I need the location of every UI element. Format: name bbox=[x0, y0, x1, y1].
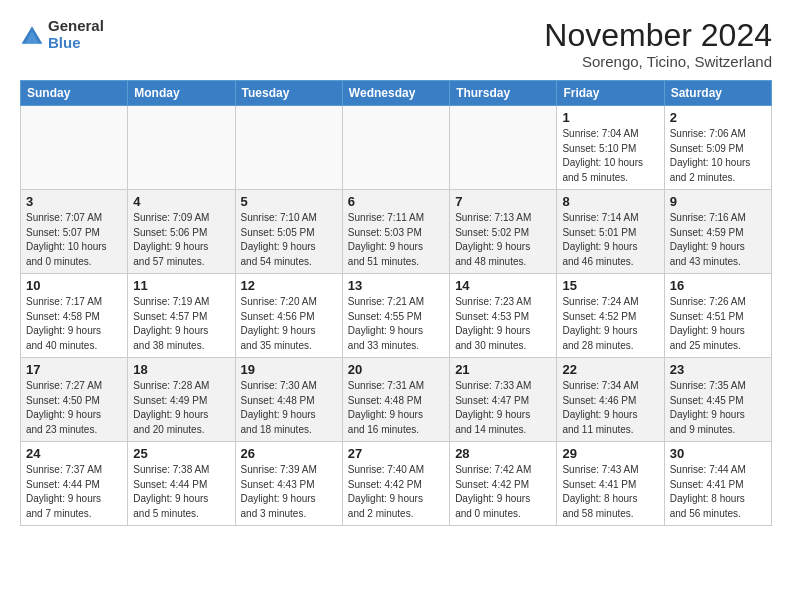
calendar-cell: 1Sunrise: 7:04 AM Sunset: 5:10 PM Daylig… bbox=[557, 106, 664, 190]
day-info: Sunrise: 7:24 AM Sunset: 4:52 PM Dayligh… bbox=[562, 295, 658, 353]
week-row-3: 10Sunrise: 7:17 AM Sunset: 4:58 PM Dayli… bbox=[21, 274, 772, 358]
week-row-2: 3Sunrise: 7:07 AM Sunset: 5:07 PM Daylig… bbox=[21, 190, 772, 274]
calendar-cell: 18Sunrise: 7:28 AM Sunset: 4:49 PM Dayli… bbox=[128, 358, 235, 442]
day-number: 13 bbox=[348, 278, 444, 293]
calendar-cell: 23Sunrise: 7:35 AM Sunset: 4:45 PM Dayli… bbox=[664, 358, 771, 442]
day-number: 6 bbox=[348, 194, 444, 209]
day-info: Sunrise: 7:17 AM Sunset: 4:58 PM Dayligh… bbox=[26, 295, 122, 353]
day-number: 5 bbox=[241, 194, 337, 209]
day-number: 12 bbox=[241, 278, 337, 293]
header-day-sunday: Sunday bbox=[21, 81, 128, 106]
calendar-cell: 9Sunrise: 7:16 AM Sunset: 4:59 PM Daylig… bbox=[664, 190, 771, 274]
calendar-cell: 22Sunrise: 7:34 AM Sunset: 4:46 PM Dayli… bbox=[557, 358, 664, 442]
calendar-cell: 2Sunrise: 7:06 AM Sunset: 5:09 PM Daylig… bbox=[664, 106, 771, 190]
day-info: Sunrise: 7:04 AM Sunset: 5:10 PM Dayligh… bbox=[562, 127, 658, 185]
header-row: SundayMondayTuesdayWednesdayThursdayFrid… bbox=[21, 81, 772, 106]
header: General Blue November 2024 Sorengo, Tici… bbox=[20, 18, 772, 70]
title-block: November 2024 Sorengo, Ticino, Switzerla… bbox=[544, 18, 772, 70]
header-day-thursday: Thursday bbox=[450, 81, 557, 106]
day-number: 25 bbox=[133, 446, 229, 461]
day-number: 8 bbox=[562, 194, 658, 209]
day-info: Sunrise: 7:30 AM Sunset: 4:48 PM Dayligh… bbox=[241, 379, 337, 437]
day-info: Sunrise: 7:13 AM Sunset: 5:02 PM Dayligh… bbox=[455, 211, 551, 269]
calendar-cell: 12Sunrise: 7:20 AM Sunset: 4:56 PM Dayli… bbox=[235, 274, 342, 358]
day-number: 7 bbox=[455, 194, 551, 209]
calendar-cell bbox=[450, 106, 557, 190]
day-number: 15 bbox=[562, 278, 658, 293]
day-info: Sunrise: 7:06 AM Sunset: 5:09 PM Dayligh… bbox=[670, 127, 766, 185]
header-day-saturday: Saturday bbox=[664, 81, 771, 106]
day-number: 11 bbox=[133, 278, 229, 293]
day-number: 18 bbox=[133, 362, 229, 377]
day-number: 21 bbox=[455, 362, 551, 377]
day-number: 29 bbox=[562, 446, 658, 461]
logo-blue: Blue bbox=[48, 35, 104, 52]
day-number: 22 bbox=[562, 362, 658, 377]
calendar-cell: 17Sunrise: 7:27 AM Sunset: 4:50 PM Dayli… bbox=[21, 358, 128, 442]
calendar-cell: 25Sunrise: 7:38 AM Sunset: 4:44 PM Dayli… bbox=[128, 442, 235, 526]
day-number: 30 bbox=[670, 446, 766, 461]
day-info: Sunrise: 7:16 AM Sunset: 4:59 PM Dayligh… bbox=[670, 211, 766, 269]
calendar-cell bbox=[21, 106, 128, 190]
day-info: Sunrise: 7:19 AM Sunset: 4:57 PM Dayligh… bbox=[133, 295, 229, 353]
calendar-cell: 4Sunrise: 7:09 AM Sunset: 5:06 PM Daylig… bbox=[128, 190, 235, 274]
day-number: 28 bbox=[455, 446, 551, 461]
day-info: Sunrise: 7:40 AM Sunset: 4:42 PM Dayligh… bbox=[348, 463, 444, 521]
header-day-monday: Monday bbox=[128, 81, 235, 106]
day-info: Sunrise: 7:38 AM Sunset: 4:44 PM Dayligh… bbox=[133, 463, 229, 521]
calendar-cell bbox=[128, 106, 235, 190]
day-info: Sunrise: 7:14 AM Sunset: 5:01 PM Dayligh… bbox=[562, 211, 658, 269]
calendar-cell: 26Sunrise: 7:39 AM Sunset: 4:43 PM Dayli… bbox=[235, 442, 342, 526]
calendar-cell: 28Sunrise: 7:42 AM Sunset: 4:42 PM Dayli… bbox=[450, 442, 557, 526]
calendar-cell: 24Sunrise: 7:37 AM Sunset: 4:44 PM Dayli… bbox=[21, 442, 128, 526]
day-number: 27 bbox=[348, 446, 444, 461]
day-info: Sunrise: 7:10 AM Sunset: 5:05 PM Dayligh… bbox=[241, 211, 337, 269]
month-title: November 2024 bbox=[544, 18, 772, 53]
day-info: Sunrise: 7:44 AM Sunset: 4:41 PM Dayligh… bbox=[670, 463, 766, 521]
day-number: 10 bbox=[26, 278, 122, 293]
calendar-cell: 7Sunrise: 7:13 AM Sunset: 5:02 PM Daylig… bbox=[450, 190, 557, 274]
page: General Blue November 2024 Sorengo, Tici… bbox=[0, 0, 792, 540]
calendar-cell bbox=[342, 106, 449, 190]
day-number: 20 bbox=[348, 362, 444, 377]
week-row-4: 17Sunrise: 7:27 AM Sunset: 4:50 PM Dayli… bbox=[21, 358, 772, 442]
calendar-cell: 27Sunrise: 7:40 AM Sunset: 4:42 PM Dayli… bbox=[342, 442, 449, 526]
calendar-cell: 16Sunrise: 7:26 AM Sunset: 4:51 PM Dayli… bbox=[664, 274, 771, 358]
day-info: Sunrise: 7:27 AM Sunset: 4:50 PM Dayligh… bbox=[26, 379, 122, 437]
day-number: 9 bbox=[670, 194, 766, 209]
day-number: 2 bbox=[670, 110, 766, 125]
week-row-1: 1Sunrise: 7:04 AM Sunset: 5:10 PM Daylig… bbox=[21, 106, 772, 190]
day-number: 26 bbox=[241, 446, 337, 461]
calendar-cell: 30Sunrise: 7:44 AM Sunset: 4:41 PM Dayli… bbox=[664, 442, 771, 526]
calendar-cell: 10Sunrise: 7:17 AM Sunset: 4:58 PM Dayli… bbox=[21, 274, 128, 358]
calendar-cell: 15Sunrise: 7:24 AM Sunset: 4:52 PM Dayli… bbox=[557, 274, 664, 358]
calendar-cell: 20Sunrise: 7:31 AM Sunset: 4:48 PM Dayli… bbox=[342, 358, 449, 442]
day-info: Sunrise: 7:35 AM Sunset: 4:45 PM Dayligh… bbox=[670, 379, 766, 437]
calendar-cell bbox=[235, 106, 342, 190]
day-info: Sunrise: 7:43 AM Sunset: 4:41 PM Dayligh… bbox=[562, 463, 658, 521]
day-number: 23 bbox=[670, 362, 766, 377]
day-info: Sunrise: 7:09 AM Sunset: 5:06 PM Dayligh… bbox=[133, 211, 229, 269]
day-info: Sunrise: 7:21 AM Sunset: 4:55 PM Dayligh… bbox=[348, 295, 444, 353]
location-title: Sorengo, Ticino, Switzerland bbox=[544, 53, 772, 70]
day-number: 14 bbox=[455, 278, 551, 293]
header-day-friday: Friday bbox=[557, 81, 664, 106]
day-info: Sunrise: 7:20 AM Sunset: 4:56 PM Dayligh… bbox=[241, 295, 337, 353]
header-day-wednesday: Wednesday bbox=[342, 81, 449, 106]
day-info: Sunrise: 7:33 AM Sunset: 4:47 PM Dayligh… bbox=[455, 379, 551, 437]
day-info: Sunrise: 7:23 AM Sunset: 4:53 PM Dayligh… bbox=[455, 295, 551, 353]
day-info: Sunrise: 7:37 AM Sunset: 4:44 PM Dayligh… bbox=[26, 463, 122, 521]
calendar-cell: 14Sunrise: 7:23 AM Sunset: 4:53 PM Dayli… bbox=[450, 274, 557, 358]
calendar-cell: 11Sunrise: 7:19 AM Sunset: 4:57 PM Dayli… bbox=[128, 274, 235, 358]
calendar-cell: 13Sunrise: 7:21 AM Sunset: 4:55 PM Dayli… bbox=[342, 274, 449, 358]
day-info: Sunrise: 7:34 AM Sunset: 4:46 PM Dayligh… bbox=[562, 379, 658, 437]
day-info: Sunrise: 7:42 AM Sunset: 4:42 PM Dayligh… bbox=[455, 463, 551, 521]
calendar-cell: 8Sunrise: 7:14 AM Sunset: 5:01 PM Daylig… bbox=[557, 190, 664, 274]
day-info: Sunrise: 7:31 AM Sunset: 4:48 PM Dayligh… bbox=[348, 379, 444, 437]
logo: General Blue bbox=[20, 18, 104, 51]
day-number: 1 bbox=[562, 110, 658, 125]
calendar-cell: 21Sunrise: 7:33 AM Sunset: 4:47 PM Dayli… bbox=[450, 358, 557, 442]
day-number: 16 bbox=[670, 278, 766, 293]
calendar-table: SundayMondayTuesdayWednesdayThursdayFrid… bbox=[20, 80, 772, 526]
header-day-tuesday: Tuesday bbox=[235, 81, 342, 106]
